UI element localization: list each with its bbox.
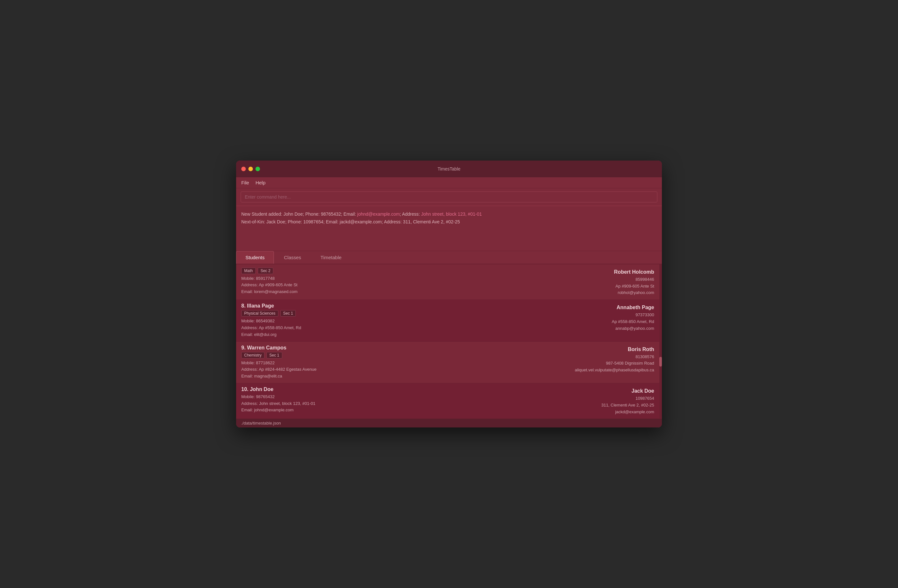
student-right-10: Jack Doe 10987654 311, Clementi Ave 2, #… <box>601 387 654 416</box>
kin-email-8: annabp@yahoo.com <box>612 325 654 332</box>
student-email-9: Email: magna@elit.ca <box>241 373 317 380</box>
tab-students[interactable]: Students <box>236 251 274 264</box>
output-area: New Student added: John Doe; Phone: 9876… <box>236 206 662 251</box>
student-tags-8: Physical Sciences Sec 1 <box>241 310 301 316</box>
student-address-7: Address: Ap #909-605 Ante St <box>241 282 297 289</box>
kin-phone-9: 81308576 <box>575 354 654 361</box>
kin-phone-7: 85998446 <box>614 276 654 283</box>
student-mobile-10: Mobile: 98765432 <box>241 394 315 401</box>
output-line-2: Next-of-Kin: Jack Doe; Phone: 10987654; … <box>241 218 657 225</box>
kin-address-8: Ap #558-850 Amet, Rd <box>612 318 654 325</box>
kin-name-9: Boris Roth <box>575 345 654 354</box>
output-highlight-email: johnd@example.com <box>357 212 400 216</box>
student-address-9: Address: Ap #824-4482 Egestas Avenue <box>241 366 317 373</box>
command-input[interactable] <box>241 192 657 203</box>
student-mobile-8: Mobile: 86549382 <box>241 318 301 325</box>
student-name-10: 10. John Doe <box>241 387 315 392</box>
kin-email-7: robhol@yahoo.com <box>614 290 654 296</box>
student-right-7: Robert Holcomb 85998446 Ap #909-605 Ante… <box>614 267 654 296</box>
student-left-7: Math Sec 2 Mobile: 85917748 Address: Ap … <box>241 267 297 296</box>
minimize-button[interactable] <box>248 167 253 171</box>
close-button[interactable] <box>241 167 246 171</box>
student-address-8: Address: Ap #558-850 Amet, Rd <box>241 325 301 332</box>
kin-name-8: Annabeth Page <box>612 303 654 312</box>
kin-address-7: Ap #909-605 Ante St <box>614 283 654 290</box>
student-tags-9: Chemistry Sec 1 <box>241 352 317 358</box>
output-line-1: New Student added: John Doe; Phone: 9876… <box>241 210 657 218</box>
status-text: ./data/timestable.json <box>241 421 281 425</box>
tabs: Students Classes Timetable <box>236 251 662 264</box>
student-left-10: 10. John Doe Mobile: 98765432 Address: J… <box>241 387 315 416</box>
kin-address-9: 987-5408 Dignissim Road <box>575 360 654 367</box>
traffic-lights <box>241 167 260 171</box>
command-area <box>236 188 662 206</box>
table-row: 10. John Doe Mobile: 98765432 Address: J… <box>236 383 659 419</box>
kin-phone-10: 10987654 <box>601 395 654 402</box>
student-left-8: 8. Illana Page Physical Sciences Sec 1 M… <box>241 303 301 338</box>
table-row: 9. Warren Campos Chemistry Sec 1 Mobile:… <box>236 342 659 383</box>
kin-address-10: 311, Clementi Ave 2, #02-25 <box>601 402 654 409</box>
student-address-10: Address: John street, block 123, #01-01 <box>241 401 315 407</box>
student-email-10: Email: johnd@example.com <box>241 407 315 414</box>
main-window: TimesTable File Help New Student added: … <box>236 161 662 428</box>
student-mobile-7: Mobile: 85917748 <box>241 275 297 282</box>
menubar: File Help <box>236 177 662 188</box>
kin-name-7: Robert Holcomb <box>614 267 654 276</box>
student-email-7: Email: lorem@magnased.com <box>241 289 297 295</box>
menu-file[interactable]: File <box>241 180 249 185</box>
student-list: Math Sec 2 Mobile: 85917748 Address: Ap … <box>236 264 659 419</box>
table-row: 8. Illana Page Physical Sciences Sec 1 M… <box>236 300 659 341</box>
tag-chemistry: Chemistry <box>241 352 264 358</box>
kin-email-9: aliquet.vel.vulputate@phasellusdapibus.c… <box>575 367 654 374</box>
student-tags-7: Math Sec 2 <box>241 267 297 274</box>
tag-sec1-8: Sec 1 <box>280 310 296 316</box>
maximize-button[interactable] <box>255 167 260 171</box>
window-title: TimesTable <box>437 166 460 172</box>
student-right-8: Annabeth Page 97373300 Ap #558-850 Amet,… <box>612 303 654 338</box>
tag-sec1-9: Sec 1 <box>266 352 282 358</box>
tag-sec2: Sec 2 <box>258 267 274 274</box>
student-mobile-9: Mobile: 87718622 <box>241 360 317 367</box>
statusbar: ./data/timestable.json <box>236 419 662 427</box>
student-left-9: 9. Warren Campos Chemistry Sec 1 Mobile:… <box>241 345 317 380</box>
student-name-9: 9. Warren Campos <box>241 345 317 351</box>
kin-email-10: jackd@example.com <box>601 409 654 416</box>
titlebar: TimesTable <box>236 161 662 177</box>
tag-physical-sciences: Physical Sciences <box>241 310 278 316</box>
tag-math: Math <box>241 267 256 274</box>
scrollbar[interactable] <box>659 264 662 419</box>
output-highlight-address: John street, block 123, #01-01 <box>421 212 481 216</box>
kin-phone-8: 97373300 <box>612 312 654 318</box>
tab-timetable[interactable]: Timetable <box>311 251 351 264</box>
student-right-9: Boris Roth 81308576 987-5408 Dignissim R… <box>575 345 654 380</box>
student-email-8: Email: elit@dui.org <box>241 332 301 338</box>
student-list-container: Math Sec 2 Mobile: 85917748 Address: Ap … <box>236 264 662 419</box>
scroll-thumb[interactable] <box>659 357 662 367</box>
table-row: Math Sec 2 Mobile: 85917748 Address: Ap … <box>236 264 659 300</box>
tab-classes[interactable]: Classes <box>275 251 310 264</box>
kin-name-10: Jack Doe <box>601 387 654 395</box>
student-name-8: 8. Illana Page <box>241 303 301 309</box>
menu-help[interactable]: Help <box>255 180 266 185</box>
